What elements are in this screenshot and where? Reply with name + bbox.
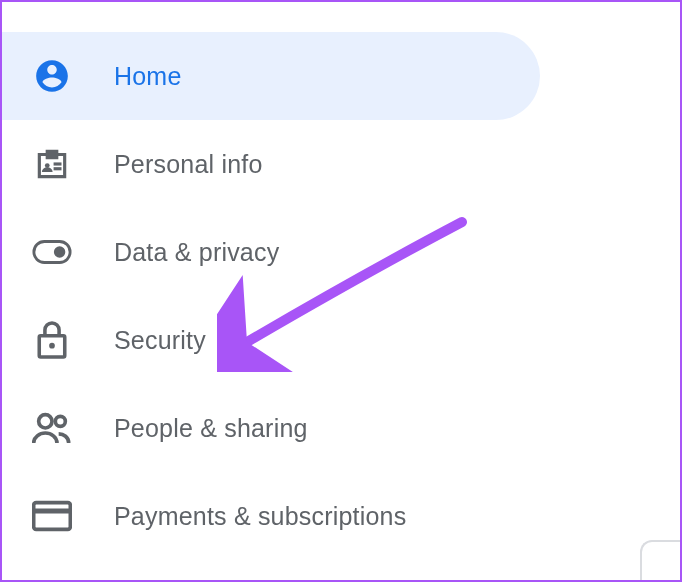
svg-point-4 xyxy=(54,246,65,257)
sidebar-item-label: Home xyxy=(114,62,182,91)
people-icon xyxy=(32,408,72,448)
sidebar-item-label: Data & privacy xyxy=(114,238,279,267)
sidebar-item-label: People & sharing xyxy=(114,414,308,443)
svg-rect-9 xyxy=(34,503,71,530)
lock-icon xyxy=(32,320,72,360)
sidebar-item-label: Payments & subscriptions xyxy=(114,502,406,531)
svg-point-7 xyxy=(39,415,52,428)
sidebar-item-home[interactable]: Home xyxy=(2,32,540,120)
badge-icon xyxy=(32,144,72,184)
sidebar-item-payments[interactable]: Payments & subscriptions xyxy=(2,472,680,560)
sidebar-item-label: Security xyxy=(114,326,206,355)
sidebar-item-security[interactable]: Security xyxy=(2,296,680,384)
sidebar-nav: Home Personal info Data & privacy xyxy=(2,2,680,560)
sidebar-item-data-privacy[interactable]: Data & privacy xyxy=(2,208,680,296)
svg-point-8 xyxy=(55,416,65,426)
sidebar-item-people-sharing[interactable]: People & sharing xyxy=(2,384,680,472)
svg-point-6 xyxy=(49,343,55,349)
floating-widget-corner xyxy=(640,540,680,580)
svg-point-0 xyxy=(45,163,50,168)
sidebar-item-label: Personal info xyxy=(114,150,263,179)
toggle-icon xyxy=(32,232,72,272)
person-circle-icon xyxy=(32,56,72,96)
card-icon xyxy=(32,496,72,536)
sidebar-item-personal-info[interactable]: Personal info xyxy=(2,120,680,208)
